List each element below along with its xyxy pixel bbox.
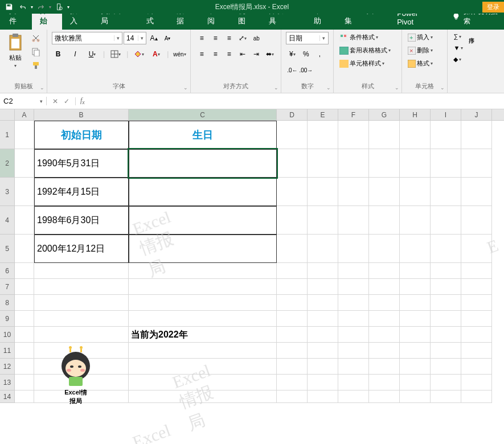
comma-button[interactable]: ,	[313, 48, 326, 60]
phonetic-button[interactable]: wén▾	[173, 48, 186, 60]
cell-C5[interactable]	[129, 235, 277, 263]
col-header-E[interactable]: E	[308, 109, 338, 120]
font-size-input[interactable]	[124, 34, 138, 42]
row-header-12[interactable]: 12	[0, 359, 14, 375]
orientation-button[interactable]: ⤢▾	[236, 32, 249, 44]
font-name-input[interactable]	[52, 34, 114, 42]
currency-button[interactable]: ¥▾	[286, 48, 298, 60]
format-cells-button[interactable]: 格式▾	[407, 58, 442, 69]
fx-icon[interactable]: fx	[76, 96, 89, 105]
cell-styles-button[interactable]: 单元格样式▾	[338, 58, 397, 69]
cell-B2[interactable]: 1990年5月31日	[34, 149, 129, 178]
row-header-7[interactable]: 7	[0, 279, 14, 295]
decrease-font-button[interactable]: A▾	[161, 32, 174, 44]
row-header-9[interactable]: 9	[0, 311, 14, 327]
avatar-image[interactable]: Excel情报局	[62, 352, 90, 405]
paste-button[interactable]: 粘贴 ▾	[5, 32, 26, 69]
font-name-dropdown[interactable]: ▾	[114, 35, 122, 41]
name-box-dropdown[interactable]: ▾	[40, 98, 43, 104]
fill-button[interactable]: ▼▾	[452, 43, 472, 52]
increase-font-button[interactable]: A▴	[147, 32, 160, 44]
cell-C3[interactable]	[129, 178, 277, 206]
save-icon[interactable]	[3, 1, 15, 13]
name-box-input[interactable]	[3, 97, 35, 105]
align-middle-button[interactable]: ≡	[209, 32, 222, 44]
cell-B5[interactable]: 2000年12月12日	[34, 235, 129, 263]
font-name-combo[interactable]: ▾	[52, 32, 122, 44]
table-format-button[interactable]: 套用表格格式▾	[338, 45, 397, 56]
row-header-2[interactable]: 2	[0, 149, 14, 178]
col-header-G[interactable]: G	[369, 109, 400, 120]
format-painter-button[interactable]	[30, 59, 42, 72]
bold-button[interactable]: B	[52, 48, 64, 60]
font-color-button[interactable]: A▾	[150, 48, 162, 60]
cell-B4[interactable]: 1998年6月30日	[34, 206, 129, 235]
copy-button[interactable]	[30, 46, 42, 58]
number-format-input[interactable]	[286, 34, 319, 42]
underline-button[interactable]: U▾	[86, 48, 99, 60]
col-header-I[interactable]: I	[431, 109, 461, 120]
undo-icon[interactable]	[17, 1, 28, 13]
select-all-corner[interactable]	[0, 109, 15, 120]
font-size-dropdown[interactable]: ▾	[138, 35, 146, 41]
cell-C9-note[interactable]: 当前为2022年	[129, 327, 277, 343]
cell-B3[interactable]: 1992年4月15日	[34, 178, 129, 206]
cell-C1[interactable]: 生日	[129, 121, 277, 149]
redo-dropdown[interactable]: ▾	[49, 5, 51, 10]
paste-dropdown[interactable]: ▾	[14, 63, 17, 68]
col-header-B[interactable]: B	[34, 109, 129, 120]
delete-cells-button[interactable]: ×删除▾	[407, 45, 442, 56]
col-header-F[interactable]: F	[338, 109, 369, 120]
enter-formula-button[interactable]: ✓	[64, 97, 69, 105]
number-format-combo[interactable]: ▾	[286, 32, 329, 44]
align-center-button[interactable]: ≡	[209, 48, 222, 60]
insert-cells-button[interactable]: +插入▾	[407, 32, 442, 43]
conditional-format-button[interactable]: 条件格式▾	[338, 32, 397, 43]
fill-color-button[interactable]: ▾	[133, 48, 145, 60]
merge-button[interactable]: ⬌▾	[264, 48, 276, 60]
decrease-decimal-button[interactable]: .00→	[300, 64, 312, 76]
cell-B1[interactable]: 初始日期	[34, 121, 129, 149]
cut-button[interactable]	[30, 32, 42, 44]
align-left-button[interactable]: ≡	[195, 48, 208, 60]
align-right-button[interactable]: ≡	[223, 48, 235, 60]
row-header-3[interactable]: 3	[0, 178, 14, 206]
italic-button[interactable]: I	[69, 48, 81, 60]
row-header-13[interactable]: 13	[0, 375, 14, 390]
redo-icon[interactable]	[35, 1, 47, 13]
col-header-A[interactable]: A	[15, 109, 34, 120]
row-header-6[interactable]: 6	[0, 263, 14, 279]
align-bottom-button[interactable]: ≡	[223, 32, 235, 44]
formula-input[interactable]	[89, 97, 504, 105]
cancel-formula-button[interactable]: ✕	[52, 97, 58, 105]
row-header-1[interactable]: 1	[0, 121, 14, 149]
col-header-J[interactable]: J	[461, 109, 492, 120]
row-header-5[interactable]: 5	[0, 235, 14, 263]
percent-button[interactable]: %	[300, 48, 312, 60]
borders-button[interactable]: ▾	[109, 48, 122, 60]
col-header-H[interactable]: H	[400, 109, 431, 120]
increase-indent-button[interactable]: ⇥	[250, 48, 263, 60]
align-top-button[interactable]: ≡	[195, 32, 208, 44]
row-header-8[interactable]: 8	[0, 295, 14, 311]
decrease-indent-button[interactable]: ⇤	[236, 48, 249, 60]
increase-decimal-button[interactable]: .0←	[286, 64, 298, 76]
cell-C2[interactable]	[129, 149, 277, 178]
font-size-combo[interactable]: ▾	[124, 32, 146, 44]
wrap-text-button[interactable]: ab	[250, 32, 263, 44]
row-header-10[interactable]: 10	[0, 327, 14, 343]
row-header-11[interactable]: 11	[0, 343, 14, 359]
login-button[interactable]: 登录	[482, 2, 504, 13]
col-header-D[interactable]: D	[277, 109, 308, 120]
cell-C4[interactable]	[129, 206, 277, 235]
qat-customize[interactable]: ▾	[67, 5, 69, 10]
row-header-4[interactable]: 4	[0, 206, 14, 235]
print-preview-icon[interactable]	[54, 1, 65, 13]
row-header-14[interactable]: 14	[0, 390, 14, 403]
name-box[interactable]: ▾	[0, 97, 47, 105]
col-header-C[interactable]: C	[129, 109, 277, 120]
number-format-dropdown[interactable]: ▾	[319, 35, 327, 41]
clear-button[interactable]: ◆▾	[452, 55, 472, 64]
undo-dropdown[interactable]: ▾	[31, 5, 33, 10]
sort-filter-button[interactable]: 排序	[465, 32, 477, 34]
